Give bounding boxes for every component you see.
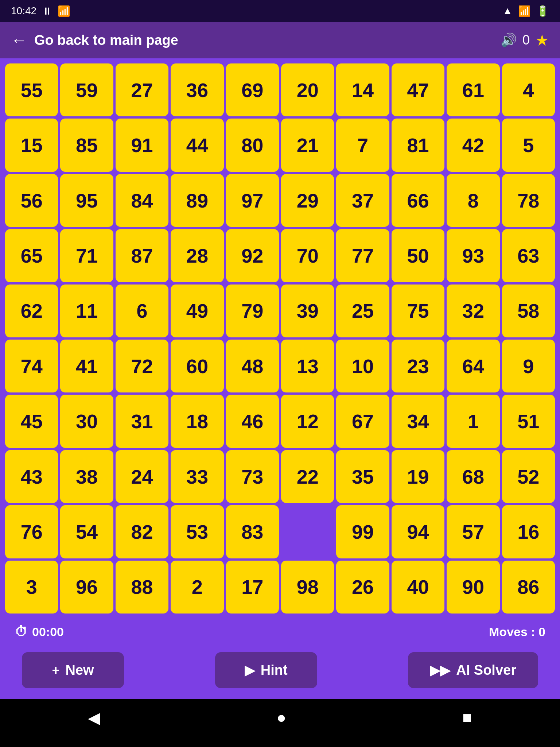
grid-cell[interactable]: 45 (5, 395, 58, 448)
grid-cell[interactable]: 31 (116, 395, 168, 448)
grid-cell[interactable]: 32 (447, 285, 499, 337)
grid-cell[interactable]: 76 (5, 505, 58, 558)
grid-cell[interactable]: 12 (281, 395, 334, 448)
ai-solver-button[interactable]: ▶▶ AI Solver (408, 652, 538, 688)
grid-cell[interactable]: 10 (336, 340, 389, 392)
back-button[interactable]: ← (11, 31, 27, 49)
nav-home-icon[interactable]: ● (276, 708, 286, 727)
grid-cell[interactable]: 40 (392, 561, 444, 614)
grid-cell[interactable]: 43 (5, 450, 58, 503)
grid-cell[interactable]: 72 (116, 340, 168, 392)
grid-cell[interactable]: 50 (392, 229, 444, 282)
grid-cell[interactable]: 26 (336, 561, 389, 614)
grid-cell[interactable]: 35 (336, 450, 389, 503)
grid-cell[interactable]: 67 (336, 395, 389, 448)
grid-cell[interactable]: 27 (116, 63, 168, 116)
grid-cell[interactable]: 33 (171, 450, 223, 503)
grid-cell[interactable]: 73 (226, 450, 279, 503)
grid-cell[interactable]: 8 (447, 174, 499, 227)
grid-cell[interactable]: 74 (5, 340, 58, 392)
grid-cell[interactable]: 47 (392, 63, 444, 116)
grid-cell[interactable]: 52 (502, 450, 555, 503)
grid-cell[interactable]: 28 (171, 229, 223, 282)
grid-cell[interactable]: 13 (281, 340, 334, 392)
grid-cell[interactable]: 4 (502, 63, 555, 116)
grid-cell[interactable]: 92 (226, 229, 279, 282)
grid-cell[interactable]: 23 (392, 340, 444, 392)
grid-cell[interactable]: 82 (116, 505, 168, 558)
grid-cell[interactable]: 24 (116, 450, 168, 503)
grid-cell[interactable]: 44 (171, 119, 223, 171)
grid-cell[interactable]: 48 (226, 340, 279, 392)
grid-cell[interactable]: 19 (392, 450, 444, 503)
grid-cell[interactable]: 91 (116, 119, 168, 171)
grid-cell[interactable]: 83 (226, 505, 279, 558)
grid-cell[interactable]: 11 (60, 285, 113, 337)
grid-cell[interactable]: 89 (171, 174, 223, 227)
grid-cell[interactable]: 60 (171, 340, 223, 392)
grid-cell[interactable]: 6 (116, 285, 168, 337)
grid-cell[interactable]: 29 (281, 174, 334, 227)
grid-cell[interactable]: 18 (171, 395, 223, 448)
grid-cell[interactable]: 37 (336, 174, 389, 227)
grid-cell[interactable]: 57 (447, 505, 499, 558)
grid-cell[interactable]: 22 (281, 450, 334, 503)
grid-cell[interactable]: 63 (502, 229, 555, 282)
grid-cell[interactable]: 59 (60, 63, 113, 116)
grid-cell[interactable]: 79 (226, 285, 279, 337)
grid-cell[interactable]: 69 (226, 63, 279, 116)
grid-cell[interactable]: 99 (336, 505, 389, 558)
nav-recents-icon[interactable]: ■ (462, 708, 472, 727)
grid-cell[interactable]: 87 (116, 229, 168, 282)
grid-cell[interactable]: 97 (226, 174, 279, 227)
grid-cell[interactable]: 84 (116, 174, 168, 227)
grid-cell[interactable]: 46 (226, 395, 279, 448)
grid-cell[interactable]: 36 (171, 63, 223, 116)
new-button[interactable]: + New (22, 652, 124, 688)
grid-cell[interactable]: 41 (60, 340, 113, 392)
grid-cell[interactable]: 9 (502, 340, 555, 392)
grid-cell[interactable]: 14 (336, 63, 389, 116)
grid-cell[interactable]: 62 (5, 285, 58, 337)
grid-cell[interactable]: 81 (392, 119, 444, 171)
grid-cell[interactable]: 16 (502, 505, 555, 558)
grid-cell[interactable]: 15 (5, 119, 58, 171)
grid-cell[interactable]: 71 (60, 229, 113, 282)
grid-cell[interactable]: 64 (447, 340, 499, 392)
grid-cell[interactable]: 85 (60, 119, 113, 171)
grid-cell[interactable]: 94 (392, 505, 444, 558)
grid-cell[interactable]: 54 (60, 505, 113, 558)
grid-cell[interactable]: 66 (392, 174, 444, 227)
grid-cell[interactable]: 34 (392, 395, 444, 448)
grid-cell[interactable]: 25 (336, 285, 389, 337)
grid-cell[interactable]: 30 (60, 395, 113, 448)
grid-cell[interactable]: 53 (171, 505, 223, 558)
grid-cell[interactable]: 61 (447, 63, 499, 116)
grid-cell[interactable]: 56 (5, 174, 58, 227)
grid-cell[interactable]: 21 (281, 119, 334, 171)
nav-back-icon[interactable]: ◀ (88, 708, 100, 727)
grid-cell[interactable]: 65 (5, 229, 58, 282)
hint-button[interactable]: ▶ Hint (215, 652, 317, 688)
grid-cell[interactable]: 49 (171, 285, 223, 337)
grid-cell[interactable]: 42 (447, 119, 499, 171)
grid-cell[interactable]: 58 (502, 285, 555, 337)
grid-cell[interactable]: 5 (502, 119, 555, 171)
grid-cell[interactable]: 80 (226, 119, 279, 171)
grid-cell[interactable]: 17 (226, 561, 279, 614)
grid-cell[interactable]: 78 (502, 174, 555, 227)
grid-cell[interactable]: 39 (281, 285, 334, 337)
grid-cell[interactable]: 7 (336, 119, 389, 171)
grid-cell[interactable]: 98 (281, 561, 334, 614)
grid-cell[interactable]: 2 (171, 561, 223, 614)
grid-cell[interactable]: 88 (116, 561, 168, 614)
grid-cell[interactable]: 1 (447, 395, 499, 448)
grid-cell[interactable]: 77 (336, 229, 389, 282)
grid-cell[interactable]: 75 (392, 285, 444, 337)
grid-cell[interactable]: 38 (60, 450, 113, 503)
grid-cell[interactable]: 55 (5, 63, 58, 116)
grid-cell[interactable]: 51 (502, 395, 555, 448)
grid-cell[interactable]: 96 (60, 561, 113, 614)
grid-cell[interactable]: 20 (281, 63, 334, 116)
grid-cell[interactable]: 68 (447, 450, 499, 503)
